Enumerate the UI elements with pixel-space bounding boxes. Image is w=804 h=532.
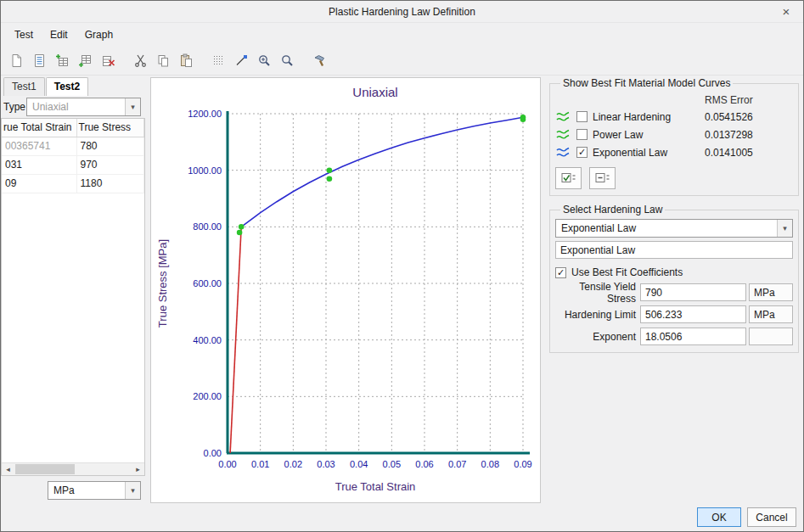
deselect-all-button[interactable]	[589, 167, 616, 189]
svg-text:0.08: 0.08	[481, 459, 499, 469]
plastic-hardening-dialog: { "window": { "title": "Plastic Hardenin…	[0, 0, 804, 532]
insert-row-below-icon[interactable]	[75, 50, 96, 71]
window-title: Plastic Hardening Law Definition	[329, 6, 475, 18]
svg-text:0.00: 0.00	[204, 448, 222, 458]
insert-row-above-icon[interactable]	[52, 50, 73, 71]
chart-panel: 0.000.010.020.030.040.050.060.070.080.09…	[150, 77, 541, 503]
chevron-down-icon[interactable]: ▾	[777, 220, 792, 237]
svg-text:800.00: 800.00	[193, 221, 222, 232]
select-all-button[interactable]	[555, 167, 582, 189]
hardening-law-group: Select Hardening Law Exponential Law ▾ E…	[549, 204, 799, 353]
chevron-down-icon[interactable]: ▾	[125, 482, 140, 499]
grid-icon[interactable]	[208, 50, 229, 71]
coefficient-label: Tensile Yield Stress	[555, 281, 640, 305]
use-best-fit-row: ✓ Use Best Fit Coefficients	[555, 265, 793, 280]
svg-text:0.05: 0.05	[383, 459, 401, 469]
type-label: Type	[1, 101, 26, 113]
options-icon[interactable]	[309, 50, 330, 71]
rms-error-header: RMS Error	[705, 94, 793, 106]
paste-icon[interactable]	[176, 50, 197, 71]
ok-button[interactable]: OK	[697, 507, 741, 527]
stress-cell[interactable]: 1180	[76, 174, 144, 193]
chevron-down-icon[interactable]: ▾	[125, 98, 140, 115]
slope-icon[interactable]	[231, 50, 252, 71]
svg-text:1200.00: 1200.00	[188, 109, 222, 119]
tensile-yield-stress-field[interactable]: 790	[640, 283, 746, 301]
svg-text:0.04: 0.04	[350, 459, 368, 469]
scrollbar-track[interactable]	[75, 463, 132, 475]
tab-test2[interactable]: Test2	[46, 77, 88, 96]
cancel-button[interactable]: Cancel	[747, 507, 796, 527]
scrollbar-thumb[interactable]	[15, 464, 75, 474]
type-row: Type Uniaxial ▾	[1, 96, 145, 118]
table-row: 00365741 780	[2, 137, 144, 155]
svg-text:0.07: 0.07	[448, 459, 466, 469]
svg-text:True Total Strain: True Total Strain	[335, 480, 416, 493]
rms-error-header-row: RMS Error	[555, 92, 793, 108]
edit-table-icon[interactable]	[29, 50, 50, 71]
zoom-icon[interactable]	[277, 50, 298, 71]
zoom-in-icon[interactable]	[254, 50, 275, 71]
model-row-linear: Linear Hardening 0.0541526	[555, 108, 793, 126]
menu-graph[interactable]: Graph	[76, 25, 121, 45]
linear-hardening-checkbox[interactable]	[576, 111, 588, 122]
svg-text:600.00: 600.00	[193, 278, 222, 288]
use-best-fit-label: Use Best Fit Coefficients	[571, 266, 683, 278]
hardening-law-dropdown-value: Exponential Law	[556, 220, 777, 237]
chart-svg: 0.000.010.020.030.040.050.060.070.080.09…	[151, 78, 540, 502]
coefficient-label: Hardening Limit	[555, 309, 640, 321]
curve-icon	[555, 146, 576, 159]
tab-test1[interactable]: Test1	[3, 77, 45, 96]
dialog-footer: OK Cancel	[697, 507, 796, 527]
toolbar	[1, 47, 803, 76]
right-panel: Show Best Fit Material Model Curves RMS …	[549, 77, 799, 361]
strain-cell[interactable]: 031	[2, 155, 76, 174]
strain-cell[interactable]: 00365741	[2, 137, 76, 155]
column-header-strain[interactable]: rue Total Strain	[2, 119, 76, 137]
svg-text:Uniaxial: Uniaxial	[352, 85, 397, 99]
exponent-field[interactable]: 18.0506	[640, 328, 746, 345]
type-dropdown[interactable]: Uniaxial ▾	[26, 98, 141, 116]
rms-value: 0.0541526	[705, 111, 793, 123]
best-fit-group-title: Show Best Fit Material Model Curves	[560, 77, 733, 89]
use-best-fit-checkbox[interactable]: ✓	[555, 267, 566, 278]
stress-cell[interactable]: 780	[76, 137, 144, 155]
model-label: Exponential Law	[593, 147, 705, 159]
stress-unit-dropdown[interactable]: MPa ▾	[48, 481, 141, 500]
coefficient-label: Exponent	[555, 331, 640, 343]
model-row-power: Power Law 0.0137298	[555, 126, 793, 143]
hardening-limit-field[interactable]: 506.233	[640, 305, 746, 323]
hardening-law-group-title: Select Hardening Law	[560, 204, 665, 216]
horizontal-scrollbar[interactable]: ◂ ▸	[2, 462, 144, 475]
copy-icon[interactable]	[153, 50, 174, 71]
svg-text:0.03: 0.03	[317, 459, 335, 469]
svg-text:True Stress [MPa]: True Stress [MPa]	[156, 239, 169, 328]
delete-rows-icon[interactable]	[98, 50, 119, 71]
exponent-unit	[749, 328, 793, 345]
model-row-exponential: ✓ Exponential Law 0.0141005	[555, 143, 793, 161]
hardening-limit-unit[interactable]: MPa	[749, 305, 793, 323]
rms-value: 0.0141005	[705, 147, 793, 159]
power-law-checkbox[interactable]	[576, 129, 588, 140]
strain-cell[interactable]: 09	[2, 174, 76, 193]
scroll-left-icon[interactable]: ◂	[2, 463, 14, 475]
close-icon[interactable]: ×	[774, 1, 798, 23]
tensile-yield-stress-unit[interactable]: MPa	[749, 283, 793, 301]
coefficient-row-exponent: Exponent 18.0506	[555, 327, 793, 346]
svg-text:200.00: 200.00	[193, 391, 222, 401]
stress-cell[interactable]: 970	[76, 155, 144, 174]
cut-icon[interactable]	[130, 50, 151, 71]
curve-icon	[555, 110, 576, 123]
law-name-field[interactable]: Exponential Law	[555, 241, 793, 259]
select-buttons-row	[555, 167, 793, 189]
scroll-right-icon[interactable]: ▸	[132, 463, 144, 475]
new-table-icon[interactable]	[6, 50, 27, 71]
svg-text:0.02: 0.02	[284, 459, 302, 469]
menu-edit[interactable]: Edit	[42, 25, 76, 45]
column-header-stress[interactable]: True Stress	[76, 119, 144, 137]
svg-text:1000.00: 1000.00	[188, 165, 222, 176]
menu-test[interactable]: Test	[6, 25, 42, 45]
exponential-law-checkbox[interactable]: ✓	[576, 147, 588, 158]
svg-text:0.06: 0.06	[415, 459, 433, 469]
hardening-law-dropdown[interactable]: Exponential Law ▾	[555, 219, 793, 238]
